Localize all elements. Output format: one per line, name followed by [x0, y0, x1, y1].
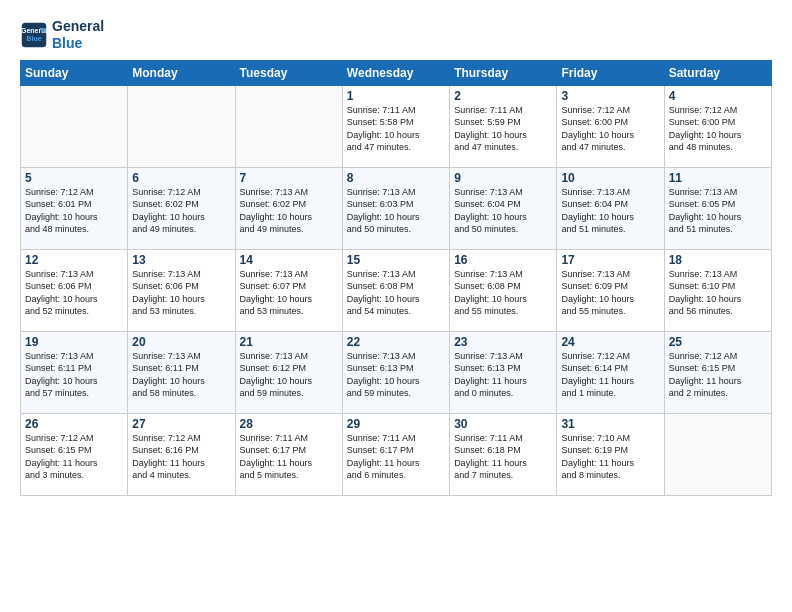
calendar-cell: 14Sunrise: 7:13 AM Sunset: 6:07 PM Dayli…	[235, 249, 342, 331]
day-number: 19	[25, 335, 123, 349]
weekday-header-thursday: Thursday	[450, 60, 557, 85]
calendar-cell: 16Sunrise: 7:13 AM Sunset: 6:08 PM Dayli…	[450, 249, 557, 331]
calendar-cell: 7Sunrise: 7:13 AM Sunset: 6:02 PM Daylig…	[235, 167, 342, 249]
day-number: 12	[25, 253, 123, 267]
day-number: 8	[347, 171, 445, 185]
day-number: 26	[25, 417, 123, 431]
day-info: Sunrise: 7:13 AM Sunset: 6:13 PM Dayligh…	[347, 350, 445, 400]
calendar-cell	[664, 413, 771, 495]
day-number: 29	[347, 417, 445, 431]
weekday-header-row: SundayMondayTuesdayWednesdayThursdayFrid…	[21, 60, 772, 85]
calendar-cell: 20Sunrise: 7:13 AM Sunset: 6:11 PM Dayli…	[128, 331, 235, 413]
day-info: Sunrise: 7:10 AM Sunset: 6:19 PM Dayligh…	[561, 432, 659, 482]
day-info: Sunrise: 7:13 AM Sunset: 6:13 PM Dayligh…	[454, 350, 552, 400]
day-info: Sunrise: 7:13 AM Sunset: 6:08 PM Dayligh…	[454, 268, 552, 318]
weekday-header-monday: Monday	[128, 60, 235, 85]
day-info: Sunrise: 7:12 AM Sunset: 6:00 PM Dayligh…	[561, 104, 659, 154]
day-info: Sunrise: 7:12 AM Sunset: 6:01 PM Dayligh…	[25, 186, 123, 236]
day-info: Sunrise: 7:12 AM Sunset: 6:14 PM Dayligh…	[561, 350, 659, 400]
calendar-cell: 13Sunrise: 7:13 AM Sunset: 6:06 PM Dayli…	[128, 249, 235, 331]
calendar-week-row: 5Sunrise: 7:12 AM Sunset: 6:01 PM Daylig…	[21, 167, 772, 249]
calendar-cell: 24Sunrise: 7:12 AM Sunset: 6:14 PM Dayli…	[557, 331, 664, 413]
calendar-week-row: 12Sunrise: 7:13 AM Sunset: 6:06 PM Dayli…	[21, 249, 772, 331]
calendar-cell: 25Sunrise: 7:12 AM Sunset: 6:15 PM Dayli…	[664, 331, 771, 413]
calendar-cell: 29Sunrise: 7:11 AM Sunset: 6:17 PM Dayli…	[342, 413, 449, 495]
day-info: Sunrise: 7:13 AM Sunset: 6:06 PM Dayligh…	[132, 268, 230, 318]
day-info: Sunrise: 7:13 AM Sunset: 6:03 PM Dayligh…	[347, 186, 445, 236]
day-info: Sunrise: 7:13 AM Sunset: 6:06 PM Dayligh…	[25, 268, 123, 318]
day-info: Sunrise: 7:13 AM Sunset: 6:04 PM Dayligh…	[454, 186, 552, 236]
calendar-cell: 27Sunrise: 7:12 AM Sunset: 6:16 PM Dayli…	[128, 413, 235, 495]
day-number: 28	[240, 417, 338, 431]
day-info: Sunrise: 7:13 AM Sunset: 6:10 PM Dayligh…	[669, 268, 767, 318]
day-number: 5	[25, 171, 123, 185]
calendar-cell: 8Sunrise: 7:13 AM Sunset: 6:03 PM Daylig…	[342, 167, 449, 249]
calendar-cell: 5Sunrise: 7:12 AM Sunset: 6:01 PM Daylig…	[21, 167, 128, 249]
day-info: Sunrise: 7:12 AM Sunset: 6:00 PM Dayligh…	[669, 104, 767, 154]
day-number: 22	[347, 335, 445, 349]
day-number: 15	[347, 253, 445, 267]
day-number: 3	[561, 89, 659, 103]
day-info: Sunrise: 7:13 AM Sunset: 6:02 PM Dayligh…	[240, 186, 338, 236]
calendar-table: SundayMondayTuesdayWednesdayThursdayFrid…	[20, 60, 772, 496]
day-number: 18	[669, 253, 767, 267]
day-info: Sunrise: 7:13 AM Sunset: 6:08 PM Dayligh…	[347, 268, 445, 318]
day-number: 25	[669, 335, 767, 349]
calendar-cell: 23Sunrise: 7:13 AM Sunset: 6:13 PM Dayli…	[450, 331, 557, 413]
day-info: Sunrise: 7:12 AM Sunset: 6:02 PM Dayligh…	[132, 186, 230, 236]
day-number: 7	[240, 171, 338, 185]
calendar-cell: 3Sunrise: 7:12 AM Sunset: 6:00 PM Daylig…	[557, 85, 664, 167]
logo-icon: General Blue	[20, 21, 48, 49]
day-number: 4	[669, 89, 767, 103]
day-number: 17	[561, 253, 659, 267]
calendar-cell	[21, 85, 128, 167]
day-info: Sunrise: 7:11 AM Sunset: 6:17 PM Dayligh…	[240, 432, 338, 482]
calendar-cell: 31Sunrise: 7:10 AM Sunset: 6:19 PM Dayli…	[557, 413, 664, 495]
day-number: 10	[561, 171, 659, 185]
calendar-cell: 4Sunrise: 7:12 AM Sunset: 6:00 PM Daylig…	[664, 85, 771, 167]
calendar-cell: 17Sunrise: 7:13 AM Sunset: 6:09 PM Dayli…	[557, 249, 664, 331]
calendar-cell: 22Sunrise: 7:13 AM Sunset: 6:13 PM Dayli…	[342, 331, 449, 413]
calendar-cell	[235, 85, 342, 167]
day-info: Sunrise: 7:13 AM Sunset: 6:12 PM Dayligh…	[240, 350, 338, 400]
calendar-week-row: 1Sunrise: 7:11 AM Sunset: 5:58 PM Daylig…	[21, 85, 772, 167]
day-number: 30	[454, 417, 552, 431]
day-info: Sunrise: 7:12 AM Sunset: 6:15 PM Dayligh…	[25, 432, 123, 482]
calendar-week-row: 26Sunrise: 7:12 AM Sunset: 6:15 PM Dayli…	[21, 413, 772, 495]
day-info: Sunrise: 7:13 AM Sunset: 6:07 PM Dayligh…	[240, 268, 338, 318]
calendar-cell: 26Sunrise: 7:12 AM Sunset: 6:15 PM Dayli…	[21, 413, 128, 495]
day-info: Sunrise: 7:11 AM Sunset: 6:17 PM Dayligh…	[347, 432, 445, 482]
calendar-cell: 10Sunrise: 7:13 AM Sunset: 6:04 PM Dayli…	[557, 167, 664, 249]
logo-text-general: General	[52, 18, 104, 35]
day-info: Sunrise: 7:13 AM Sunset: 6:11 PM Dayligh…	[132, 350, 230, 400]
day-number: 31	[561, 417, 659, 431]
day-number: 11	[669, 171, 767, 185]
day-number: 6	[132, 171, 230, 185]
calendar-cell: 21Sunrise: 7:13 AM Sunset: 6:12 PM Dayli…	[235, 331, 342, 413]
calendar-week-row: 19Sunrise: 7:13 AM Sunset: 6:11 PM Dayli…	[21, 331, 772, 413]
day-info: Sunrise: 7:13 AM Sunset: 6:09 PM Dayligh…	[561, 268, 659, 318]
calendar-cell: 1Sunrise: 7:11 AM Sunset: 5:58 PM Daylig…	[342, 85, 449, 167]
weekday-header-saturday: Saturday	[664, 60, 771, 85]
svg-text:Blue: Blue	[26, 35, 41, 42]
day-info: Sunrise: 7:13 AM Sunset: 6:05 PM Dayligh…	[669, 186, 767, 236]
calendar-cell: 6Sunrise: 7:12 AM Sunset: 6:02 PM Daylig…	[128, 167, 235, 249]
day-number: 13	[132, 253, 230, 267]
day-info: Sunrise: 7:13 AM Sunset: 6:11 PM Dayligh…	[25, 350, 123, 400]
day-info: Sunrise: 7:12 AM Sunset: 6:16 PM Dayligh…	[132, 432, 230, 482]
calendar-cell: 19Sunrise: 7:13 AM Sunset: 6:11 PM Dayli…	[21, 331, 128, 413]
day-number: 20	[132, 335, 230, 349]
day-number: 24	[561, 335, 659, 349]
calendar-cell: 2Sunrise: 7:11 AM Sunset: 5:59 PM Daylig…	[450, 85, 557, 167]
day-number: 27	[132, 417, 230, 431]
weekday-header-tuesday: Tuesday	[235, 60, 342, 85]
weekday-header-friday: Friday	[557, 60, 664, 85]
calendar-cell	[128, 85, 235, 167]
day-info: Sunrise: 7:11 AM Sunset: 5:58 PM Dayligh…	[347, 104, 445, 154]
day-number: 23	[454, 335, 552, 349]
logo-text-blue: Blue	[52, 35, 104, 52]
day-info: Sunrise: 7:11 AM Sunset: 6:18 PM Dayligh…	[454, 432, 552, 482]
day-number: 1	[347, 89, 445, 103]
calendar-cell: 30Sunrise: 7:11 AM Sunset: 6:18 PM Dayli…	[450, 413, 557, 495]
day-number: 9	[454, 171, 552, 185]
